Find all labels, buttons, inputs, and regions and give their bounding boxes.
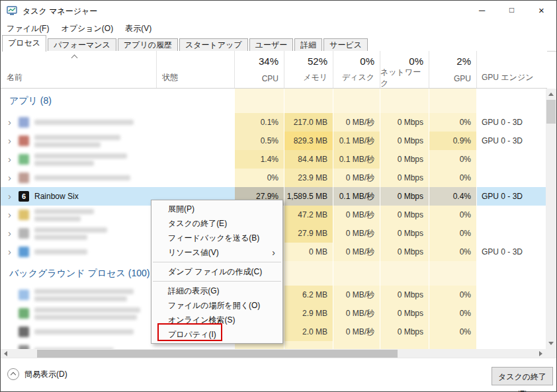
scroll-up-icon[interactable] (548, 93, 554, 96)
value-cell: 0 Mbps (380, 187, 429, 206)
value-cell: 47.2 MB (284, 206, 333, 224)
ctx-resource-values[interactable]: リソース値(V)› (151, 245, 282, 260)
process-row[interactable]: ›1.4%84.4 MB0.1 MB/秒0 Mbps0% (1, 150, 547, 169)
app-icon (19, 210, 29, 220)
menu-view[interactable]: 表示(V) (119, 20, 157, 34)
value-cell: 0 Mbps (380, 206, 429, 224)
scrollbar-corner (546, 349, 556, 358)
tab-users[interactable]: ユーザー (249, 38, 294, 52)
value-cell (429, 341, 477, 349)
value-cell: 1,589.5 MB (284, 187, 333, 206)
column-header-network[interactable]: 0%ネットワーク (380, 51, 429, 88)
menu-options[interactable]: オプション(O) (55, 20, 119, 34)
expander-chevron-icon[interactable]: › (1, 243, 19, 261)
expander-chevron-icon[interactable]: › (1, 206, 19, 224)
column-header-gpu-engine[interactable]: GPU エンジン (477, 51, 547, 88)
process-group-header[interactable]: アプリ (8) (1, 89, 547, 113)
column-header-gpu[interactable]: 2%GPU (429, 51, 477, 88)
column-header-disk[interactable]: 0%ディスク (333, 51, 380, 88)
value-cell: 0 MB/秒 (333, 243, 380, 261)
close-button[interactable]: × (527, 1, 556, 20)
value-cell: 829.3 MB (284, 132, 333, 150)
value-cell: 0.1 MB/秒 (333, 132, 380, 150)
value-cell: 0 MB/秒 (333, 323, 380, 341)
expander-chevron-icon[interactable]: › (1, 132, 19, 150)
tab-startup[interactable]: スタートアップ (179, 38, 248, 52)
column-header-status[interactable]: 状態 (157, 51, 235, 88)
app-icon (19, 117, 29, 128)
value-cell: GPU 0 - 3D (477, 113, 547, 132)
column-header-name[interactable]: 名前 (1, 51, 157, 88)
scroll-right-icon[interactable] (539, 351, 542, 356)
app-icon (19, 247, 29, 257)
vertical-scrollbar-thumb[interactable] (546, 100, 556, 124)
app-icon (19, 136, 29, 146)
window-title: タスク マネージャー (22, 6, 97, 17)
value-cell: GPU 0 - 3D (477, 243, 547, 261)
value-cell: 0.4% (429, 187, 477, 206)
ctx-send-feedback[interactable]: フィードバックを送る(B) (151, 231, 282, 245)
expander-chevron-icon[interactable]: › (1, 224, 19, 243)
value-cell (477, 304, 547, 323)
expander-chevron-icon[interactable]: › (1, 150, 19, 169)
expander-chevron-icon[interactable]: › (1, 169, 19, 187)
horizontal-scrollbar[interactable] (1, 349, 546, 358)
ctx-search-online[interactable]: オンライン検索(S) (151, 313, 282, 327)
horizontal-scrollbar-thumb[interactable] (37, 350, 398, 358)
process-row[interactable]: ›0.1%217.0 MB0 MB/秒0 Mbps0%GPU 0 - 3D (1, 113, 547, 132)
tab-services[interactable]: サービス (323, 38, 368, 52)
value-cell (333, 341, 380, 349)
value-cell (380, 341, 429, 349)
chevron-up-circle-icon (7, 368, 19, 380)
scroll-down-icon[interactable] (548, 342, 554, 345)
tab-details[interactable]: 詳細 (294, 38, 322, 52)
ctx-go-to-details[interactable]: 詳細の表示(G) (151, 284, 282, 298)
value-cell: 0% (429, 304, 477, 323)
value-cell: 0 Mbps (380, 304, 429, 323)
blurred-process-name (34, 249, 87, 255)
app-icon (19, 228, 29, 239)
process-row[interactable]: ›0%23.9 MB0 MB/秒0 Mbps0% (1, 169, 547, 187)
blurred-process-name (34, 307, 140, 320)
app-icon (19, 154, 29, 165)
maximize-button[interactable]: □ (497, 1, 527, 20)
ctx-properties[interactable]: プロパティ(I) (151, 327, 282, 342)
tab-processes[interactable]: プロセス (2, 35, 46, 52)
ctx-open-file-location[interactable]: ファイルの場所を開く(O) (151, 298, 282, 313)
value-cell: 0 Mbps (380, 286, 429, 304)
value-cell: 0 MB/秒 (333, 113, 380, 132)
expander-chevron-icon[interactable]: › (1, 113, 19, 132)
ctx-expand[interactable]: 展開(P) (151, 202, 282, 216)
blurred-process-name (34, 209, 94, 221)
scroll-left-icon[interactable] (4, 351, 7, 356)
tab-performance[interactable]: パフォーマンス (48, 38, 116, 52)
value-cell (477, 224, 547, 243)
expander-chevron-icon[interactable]: › (1, 187, 19, 206)
column-header-cpu[interactable]: 34%CPU (235, 51, 284, 88)
footer-bar: 簡易表示(D) タスクの終了(E) (1, 358, 556, 391)
value-cell: 0% (429, 206, 477, 224)
value-cell: 217.0 MB (284, 113, 333, 132)
submenu-arrow-icon: › (272, 245, 275, 260)
value-cell (284, 341, 333, 349)
minimize-button[interactable]: ─ (467, 1, 497, 20)
blurred-process-name (34, 153, 127, 166)
context-menu: 展開(P)タスクの終了(E)フィードバックを送る(B)リソース値(V)›ダンプ … (151, 200, 283, 344)
value-cell: 0 Mbps (380, 323, 429, 341)
menu-file[interactable]: ファイル(F) (1, 20, 55, 34)
process-row[interactable]: ›0.5%829.3 MB0.1 MB/秒0 Mbps0.9%GPU 0 - 3… (1, 132, 547, 150)
tab-app-history[interactable]: アプリの履歴 (118, 38, 178, 52)
sort-ascending-icon (72, 54, 78, 59)
status-cell (157, 132, 235, 150)
value-cell: 0 MB/秒 (333, 286, 380, 304)
vertical-scrollbar[interactable] (546, 89, 556, 349)
value-cell: 0% (429, 286, 477, 304)
ctx-end-task[interactable]: タスクの終了(E) (151, 216, 282, 231)
end-task-button[interactable]: タスクの終了(E) (492, 367, 553, 385)
value-cell: 0 Mbps (380, 132, 429, 150)
ctx-create-dump-file[interactable]: ダンプ ファイルの作成(C) (151, 264, 282, 279)
status-cell (157, 113, 235, 132)
value-cell: 0.1 MB/秒 (333, 150, 380, 169)
fewer-details-toggle[interactable]: 簡易表示(D) (7, 368, 67, 380)
column-header-memory[interactable]: 52%メモリ (284, 51, 333, 88)
